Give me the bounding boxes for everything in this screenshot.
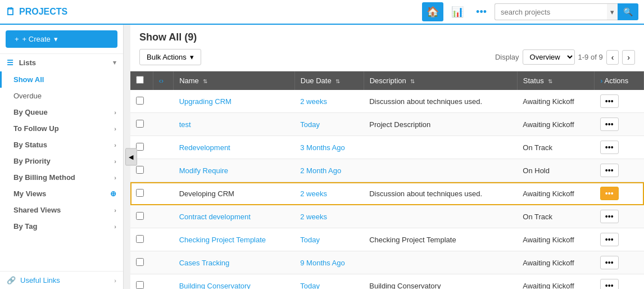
- row-actions-button[interactable]: •••: [600, 118, 619, 131]
- col-status[interactable]: Status ⇅: [517, 71, 595, 90]
- row-description: [364, 251, 517, 274]
- row-due-date: Today: [294, 113, 364, 136]
- row-actions-button[interactable]: •••: [600, 187, 619, 200]
- home-nav-button[interactable]: 🏠: [422, 2, 443, 21]
- row-name: Developing CRM: [174, 182, 295, 205]
- select-all-checkbox[interactable]: [136, 76, 144, 84]
- bulk-actions-button[interactable]: Bulk Actions ▾: [139, 49, 201, 65]
- sidebar-item-by-billing[interactable]: By Billing Method ›: [0, 169, 123, 186]
- toolbar: Bulk Actions ▾ Display Overview 1-9 of 9…: [139, 49, 635, 71]
- table-row: Redevelopment 3 Months Ago On Track •••: [130, 136, 644, 159]
- row-status: Awaiting Kickoff: [517, 274, 595, 290]
- row-name: Building Conservatory: [174, 274, 295, 290]
- row-actions-cell: •••: [595, 251, 644, 274]
- row-name: test: [174, 113, 295, 136]
- row-actions-button[interactable]: •••: [600, 210, 619, 223]
- row-actions-button[interactable]: •••: [600, 233, 619, 246]
- col-name[interactable]: Name ⇅: [174, 71, 295, 90]
- row-description: Project Description: [364, 113, 517, 136]
- row-actions-button[interactable]: •••: [600, 164, 619, 177]
- sidebar-item-by-status[interactable]: By Status ›: [0, 137, 123, 153]
- table-row: Modify Require 2 Month Ago On Hold •••: [130, 159, 644, 182]
- display-select[interactable]: Overview: [523, 49, 575, 65]
- table-row: Contract development 2 weeks On Track ••…: [130, 205, 644, 228]
- sidebar-item-overdue-label: Overdue: [13, 92, 42, 100]
- row-due-date: 9 Months Ago: [294, 251, 364, 274]
- sidebar-item-by-queue[interactable]: By Queue ›: [0, 104, 123, 120]
- row-checkbox[interactable]: [136, 97, 144, 105]
- row-actions-button[interactable]: •••: [600, 94, 619, 108]
- sidebar-collapse-button[interactable]: ◀: [125, 148, 137, 166]
- sidebar-item-my-views[interactable]: My Views ⊕: [0, 186, 123, 202]
- sidebar-item-by-status-label: By Status: [13, 141, 47, 149]
- table-row: test Today Project Description Awaiting …: [130, 113, 644, 136]
- row-checkbox[interactable]: [136, 258, 144, 266]
- row-status: On Hold: [517, 159, 595, 182]
- sidebar-item-to-follow-up[interactable]: To Follow Up ›: [0, 120, 123, 137]
- table-row: Checking Project Template Today Checking…: [130, 228, 644, 251]
- create-chevron-icon: ▾: [54, 35, 58, 43]
- sidebar-collapse-wrapper: ◀: [124, 25, 130, 289]
- row-arrow-cell: [153, 274, 174, 290]
- row-checkbox[interactable]: [136, 166, 144, 174]
- sidebar-item-overdue[interactable]: Overdue: [0, 88, 123, 104]
- sidebar-item-my-views-label: My Views: [13, 189, 46, 198]
- search-dropdown-button[interactable]: ▾: [607, 3, 618, 20]
- row-checkbox[interactable]: [136, 235, 144, 243]
- row-actions-button[interactable]: •••: [600, 141, 619, 154]
- col-checkbox: [130, 71, 153, 90]
- row-arrow-cell: [153, 136, 174, 159]
- lists-section-header[interactable]: ☰ Lists ▾: [0, 54, 123, 71]
- row-checkbox-cell: [130, 182, 153, 205]
- row-actions-cell: •••: [595, 136, 644, 159]
- sidebar-item-by-priority-label: By Priority: [13, 157, 51, 165]
- more-nav-button[interactable]: •••: [471, 3, 491, 21]
- row-checkbox[interactable]: [136, 120, 144, 128]
- row-checkbox-cell: [130, 274, 153, 290]
- col-due-date[interactable]: Due Date ⇅: [294, 71, 364, 90]
- row-actions-button[interactable]: •••: [600, 279, 619, 289]
- row-status: On Track: [517, 205, 595, 228]
- bulk-actions-chevron-icon: ▾: [190, 53, 194, 61]
- app-title: PROJECTS: [19, 7, 67, 17]
- pagination-prev-button[interactable]: ‹: [606, 50, 619, 65]
- row-actions-cell: •••: [595, 113, 644, 136]
- name-sort-icon: ⇅: [203, 78, 207, 84]
- chart-nav-button[interactable]: 📊: [447, 2, 468, 21]
- row-checkbox[interactable]: [136, 189, 144, 197]
- create-button[interactable]: + + Create ▾: [6, 30, 117, 48]
- sidebar: + + Create ▾ ☰ Lists ▾ Show All Overdue …: [0, 25, 124, 289]
- col-description[interactable]: Description ⇅: [364, 71, 517, 90]
- sidebar-item-useful-links[interactable]: 🔗 Useful Links ›: [0, 271, 123, 289]
- col-arrow: ‹›: [153, 71, 174, 90]
- row-due-date: 2 Month Ago: [294, 159, 364, 182]
- sidebar-item-by-tag[interactable]: By Tag ›: [0, 218, 123, 234]
- search-submit-button[interactable]: 🔍: [618, 3, 638, 20]
- sidebar-item-show-all[interactable]: Show All: [0, 71, 123, 88]
- row-checkbox[interactable]: [136, 143, 144, 151]
- row-due-date: 2 weeks: [294, 182, 364, 205]
- main-header: Show All (9) Bulk Actions ▾ Display Over…: [130, 25, 644, 71]
- pagination-next-button[interactable]: ›: [622, 50, 635, 65]
- shared-views-chevron-icon: ›: [114, 207, 116, 214]
- status-sort-icon: ⇅: [548, 78, 552, 84]
- search-input[interactable]: [495, 3, 607, 20]
- row-status: Awaiting Kickoff: [517, 182, 595, 205]
- create-plus-icon: +: [15, 35, 19, 43]
- row-checkbox[interactable]: [136, 281, 144, 289]
- actions-arrow-icon: ›: [600, 76, 602, 85]
- sidebar-item-by-priority[interactable]: By Priority ›: [0, 153, 123, 169]
- bulk-actions-label: Bulk Actions: [147, 53, 187, 61]
- row-arrow-cell: [153, 159, 174, 182]
- row-name: Redevelopment: [174, 136, 295, 159]
- row-actions-button[interactable]: •••: [600, 256, 619, 269]
- sidebar-item-shared-views[interactable]: Shared Views ›: [0, 202, 123, 218]
- row-actions-cell: •••: [595, 274, 644, 290]
- sidebar-item-to-follow-up-label: To Follow Up: [13, 124, 59, 133]
- due-date-sort-icon: ⇅: [335, 78, 340, 84]
- sidebar-item-by-billing-label: By Billing Method: [13, 173, 75, 182]
- table-container: ‹› Name ⇅ Due Date ⇅ Description ⇅ Statu…: [130, 71, 644, 289]
- row-description: Checking Project Template: [364, 228, 517, 251]
- row-checkbox-cell: [130, 205, 153, 228]
- row-checkbox[interactable]: [136, 212, 144, 220]
